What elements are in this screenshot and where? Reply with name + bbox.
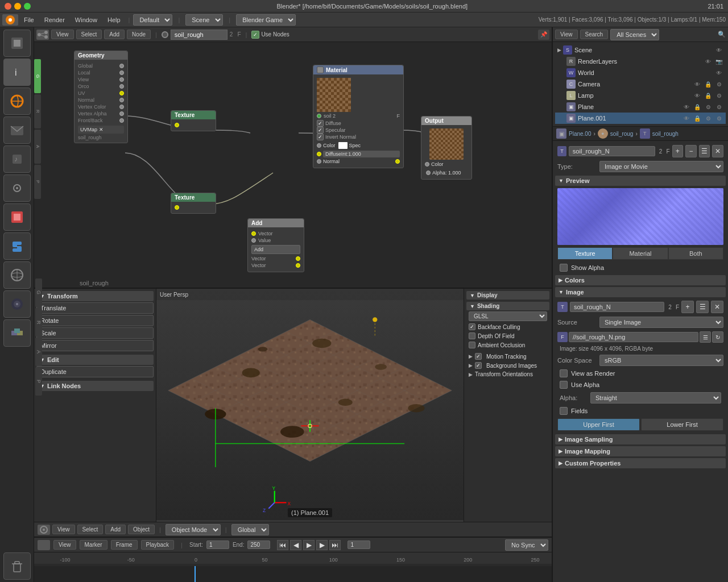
tree-lamp[interactable]: L Lamp 👁 🔒 ⚙ xyxy=(555,90,726,101)
plane001-props-btn[interactable]: ⚙ xyxy=(704,114,713,123)
scene-eye-btn[interactable]: 👁 xyxy=(714,45,723,55)
menu-render[interactable]: Render xyxy=(40,15,69,24)
duplicate-btn[interactable]: Duplicate xyxy=(36,366,154,377)
node-name-input[interactable] xyxy=(171,30,228,40)
status-view-btn[interactable]: View xyxy=(52,525,75,534)
menu-window[interactable]: Window xyxy=(71,15,102,24)
prev-frame-btn[interactable]: ◀ xyxy=(290,540,301,550)
image-section-header[interactable]: Image xyxy=(555,287,726,297)
tex-x-btn[interactable]: ✕ xyxy=(712,145,723,157)
close-button[interactable] xyxy=(5,3,11,10)
all-scenes-selector[interactable]: All Scenes xyxy=(610,29,659,40)
mat-diffuse-check[interactable] xyxy=(317,120,324,127)
file-reload-btn[interactable]: ↻ xyxy=(712,331,723,343)
breadcrumb-part-2[interactable]: soil_rough xyxy=(652,131,679,137)
scale-btn[interactable]: Scale xyxy=(36,327,154,339)
pin-icon[interactable]: 📌 xyxy=(538,30,549,40)
use-alpha-check[interactable] xyxy=(560,381,568,389)
maximize-button[interactable] xyxy=(24,3,31,10)
workspace-selector[interactable]: Default xyxy=(133,14,172,26)
node-view-btn[interactable]: View xyxy=(51,30,74,39)
transform-title[interactable]: Transform xyxy=(36,291,154,301)
dock-paint-btn[interactable] xyxy=(3,203,31,231)
node-node-btn[interactable]: Node xyxy=(127,30,151,39)
lamp-eye-btn[interactable]: 👁 xyxy=(693,91,702,100)
alpha-selector[interactable]: Straight Premultiplied xyxy=(590,392,721,404)
node-select-btn[interactable]: Select xyxy=(76,30,102,39)
current-frame-input[interactable] xyxy=(348,541,370,549)
breadcrumb-part-0[interactable]: Plane.00 xyxy=(569,131,591,137)
dock-file-btn[interactable] xyxy=(3,30,31,57)
motion-tracking-check[interactable] xyxy=(475,353,482,360)
dock-settings-btn[interactable] xyxy=(3,174,31,202)
ambient-occlusion-check[interactable] xyxy=(469,342,475,348)
plane-extra-btn[interactable]: ⚙ xyxy=(714,102,723,111)
breadcrumb-part-1[interactable]: soil_roug xyxy=(610,131,634,137)
type-selector[interactable]: Image or Movie xyxy=(599,161,723,172)
dock-sound-btn[interactable]: ♪ xyxy=(3,146,31,173)
mat-color-swatch[interactable] xyxy=(338,142,348,149)
trash-btn[interactable] xyxy=(3,552,31,580)
blender-icon[interactable] xyxy=(2,14,18,26)
status-object-btn[interactable]: Object xyxy=(128,525,155,534)
breadcrumb-mesh-icon[interactable]: ▣ xyxy=(556,128,566,139)
plane-props-btn[interactable]: ⚙ xyxy=(704,102,713,111)
tab-both[interactable]: Both xyxy=(668,247,723,260)
side-icon-grease[interactable]: G xyxy=(34,59,41,93)
tree-scene[interactable]: ▶ S Scene 👁 xyxy=(555,44,726,56)
start-frame-input[interactable] xyxy=(206,541,229,549)
timeline-frame-btn[interactable]: Frame xyxy=(111,540,138,550)
image-sampling-header[interactable]: Image Sampling xyxy=(555,434,726,444)
rotate-btn[interactable]: Rotate xyxy=(36,315,154,326)
add-operation-select[interactable]: Add xyxy=(251,245,300,254)
plane001-eye-btn[interactable]: 👁 xyxy=(682,114,691,123)
plane001-extra-btn[interactable]: ⚙ xyxy=(714,114,723,123)
jump-start-btn[interactable]: ⏮ xyxy=(277,540,288,550)
side-tab-greas[interactable]: G xyxy=(35,289,42,307)
dock-python-btn[interactable] xyxy=(3,232,31,260)
tree-camera[interactable]: C Camera 👁 🔒 ⚙ xyxy=(555,78,726,90)
dock-browser-btn[interactable] xyxy=(3,88,31,115)
breadcrumb-mat-icon[interactable]: ● xyxy=(598,128,608,139)
minimize-button[interactable] xyxy=(14,3,21,10)
dock-3d-btn[interactable] xyxy=(3,261,31,289)
side-icon-rel[interactable]: R xyxy=(34,94,41,128)
timeline-view-btn[interactable]: View xyxy=(53,540,76,550)
side-tab-rel[interactable]: R xyxy=(35,308,42,336)
dock-composite-btn[interactable] xyxy=(3,319,31,347)
node-add-btn[interactable]: Add xyxy=(104,30,125,39)
status-select-btn[interactable]: Select xyxy=(77,525,104,534)
use-nodes-toggle[interactable]: ✓ Use Nodes xyxy=(251,31,289,39)
plane001-lock-btn[interactable]: 🔒 xyxy=(693,114,702,123)
plane-lock-btn[interactable]: 🔒 xyxy=(693,102,702,111)
source-selector[interactable]: Single Image xyxy=(599,317,723,328)
dock-render-btn[interactable] xyxy=(3,290,31,318)
img-x-btn[interactable]: ✕ xyxy=(711,301,723,313)
show-alpha-check[interactable] xyxy=(560,264,568,272)
image-name-input[interactable] xyxy=(570,302,664,312)
tex-browse-btn[interactable]: ☰ xyxy=(699,145,710,157)
color-space-selector[interactable]: sRGB xyxy=(599,355,723,366)
glsl-selector[interactable]: GLSL xyxy=(469,311,547,321)
preview-section-header[interactable]: Preview xyxy=(555,176,726,186)
upper-first-btn[interactable]: Upper First xyxy=(557,418,640,431)
shading-title[interactable]: Shading xyxy=(466,302,549,310)
end-frame-input[interactable] xyxy=(247,541,270,549)
prop-view-btn[interactable]: View xyxy=(555,30,578,39)
img-add-btn[interactable]: + xyxy=(681,301,694,313)
global-selector[interactable]: Global xyxy=(231,524,269,535)
view-as-render-check[interactable] xyxy=(560,369,568,377)
geo-uvmap-box[interactable]: UVMap ✕ xyxy=(78,126,124,134)
mat-specular-check[interactable] xyxy=(317,127,324,134)
tex-remove-btn[interactable]: − xyxy=(685,145,697,157)
link-nodes-title[interactable]: Link Nodes xyxy=(36,381,154,391)
plane-eye-btn[interactable]: 👁 xyxy=(682,102,691,111)
timeline-bar[interactable] xyxy=(34,566,552,582)
side-icon-ph[interactable]: P xyxy=(34,165,41,199)
file-path-input[interactable] xyxy=(569,332,698,342)
tab-texture[interactable]: Texture xyxy=(557,247,613,260)
status-add-btn[interactable]: Add xyxy=(105,525,126,534)
background-images-check[interactable] xyxy=(475,362,482,369)
menu-file[interactable]: File xyxy=(19,15,39,24)
timeline-playback-btn[interactable]: Playback xyxy=(141,540,175,550)
